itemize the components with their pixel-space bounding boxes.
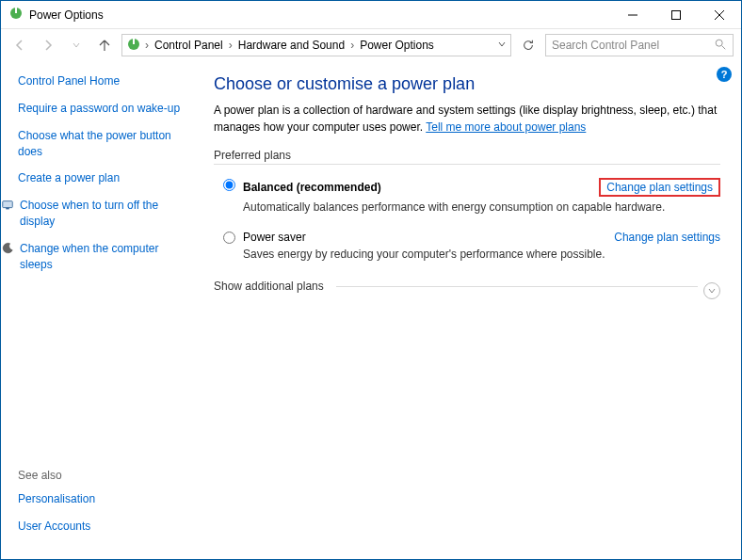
breadcrumb-item[interactable]: Control Panel	[153, 39, 225, 52]
learn-more-link[interactable]: Tell me more about power plans	[426, 120, 586, 134]
control-panel-home-link[interactable]: Control Panel Home	[18, 74, 191, 88]
expand-button[interactable]	[703, 282, 720, 299]
search-icon	[714, 38, 727, 54]
sidebar-link[interactable]: Change when the computer sleeps	[18, 241, 191, 273]
address-bar: › Control Panel › Hardware and Sound › P…	[1, 29, 741, 61]
recent-dropdown[interactable]	[65, 34, 88, 56]
plan-power-saver: Power saver Change plan settings Saves e…	[214, 227, 720, 274]
plan-description: Automatically balances performance with …	[243, 200, 720, 214]
svg-rect-11	[6, 208, 9, 210]
breadcrumb-item[interactable]: Hardware and Sound	[236, 39, 347, 52]
page-heading: Choose or customise a power plan	[214, 74, 720, 94]
close-button[interactable]	[698, 1, 741, 29]
search-input[interactable]: Search Control Panel	[545, 34, 734, 56]
titlebar: Power Options	[1, 1, 741, 29]
change-plan-settings-link[interactable]: Change plan settings	[614, 231, 720, 244]
control-panel-icon	[126, 37, 141, 55]
plan-name: Power saver	[243, 231, 306, 244]
maximize-button[interactable]	[654, 1, 698, 29]
plan-balanced: Balanced (recommended) Change plan setti…	[214, 174, 720, 227]
plan-radio[interactable]	[223, 179, 235, 191]
svg-rect-10	[3, 201, 13, 208]
svg-rect-1	[15, 8, 17, 13]
chevron-right-icon: ›	[350, 39, 354, 52]
divider	[214, 164, 720, 165]
sidebar-link[interactable]: Create a power plan	[18, 170, 191, 186]
svg-rect-7	[133, 39, 135, 44]
back-button[interactable]	[8, 34, 31, 56]
sidebar: Control Panel Home Require a password on…	[1, 61, 199, 559]
plan-radio[interactable]	[223, 232, 235, 244]
breadcrumb-item[interactable]: Power Options	[358, 39, 436, 52]
chevron-right-icon: ›	[145, 39, 149, 52]
svg-rect-3	[672, 10, 681, 19]
svg-point-8	[716, 40, 722, 46]
sidebar-link[interactable]: Choose when to turn off the display	[18, 198, 191, 230]
plan-name: Balanced (recommended)	[243, 181, 381, 194]
svg-line-9	[722, 45, 726, 49]
main-panel: Choose or customise a power plan A power…	[199, 61, 741, 559]
chevron-down-icon[interactable]	[497, 39, 507, 52]
refresh-button[interactable]	[517, 34, 540, 56]
up-button[interactable]	[93, 34, 116, 56]
see-also-link[interactable]: User Accounts	[18, 519, 191, 535]
app-icon	[8, 6, 24, 24]
sidebar-link[interactable]: Choose what the power button does	[18, 128, 191, 160]
plan-description: Saves energy by reducing your computer's…	[243, 248, 720, 261]
minimize-button[interactable]	[611, 1, 654, 29]
chevron-right-icon: ›	[229, 39, 233, 52]
help-icon[interactable]: ?	[717, 67, 732, 82]
sidebar-link[interactable]: Require a password on wake‑up	[18, 101, 191, 117]
preferred-plans-label: Preferred plans	[214, 149, 720, 162]
breadcrumb[interactable]: › Control Panel › Hardware and Sound › P…	[121, 34, 511, 56]
forward-button[interactable]	[37, 34, 59, 56]
page-description: A power plan is a collection of hardware…	[214, 102, 720, 136]
display-icon	[1, 199, 14, 216]
see-also-link[interactable]: Personalisation	[18, 491, 191, 507]
change-plan-settings-link[interactable]: Change plan settings	[599, 178, 720, 197]
see-also-label: See also	[18, 469, 191, 482]
divider	[336, 286, 698, 287]
search-placeholder: Search Control Panel	[552, 39, 714, 52]
window-title: Power Options	[29, 8, 611, 22]
sleep-icon	[1, 242, 14, 260]
